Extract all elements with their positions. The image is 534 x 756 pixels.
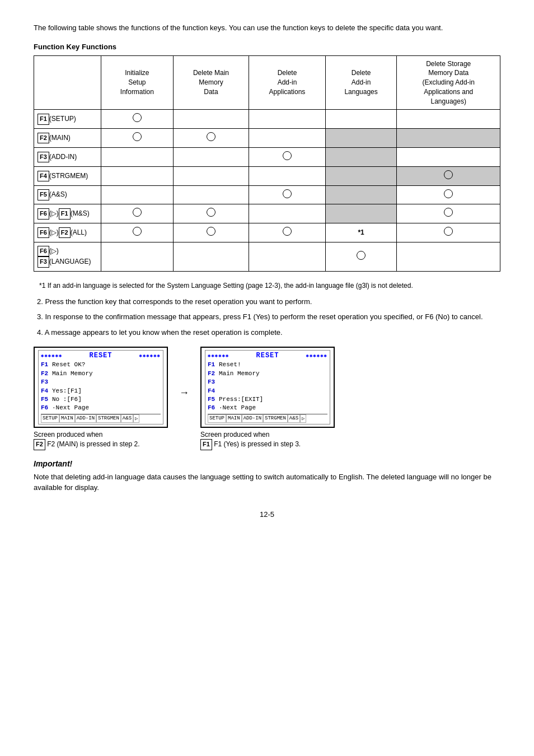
footnote: *1 If an add-in language is selected for…	[34, 281, 500, 291]
data-cell	[325, 204, 397, 223]
screen-tab: ADD-IN	[75, 414, 96, 423]
data-cell	[101, 223, 174, 242]
screen-tab: SETUP	[41, 414, 59, 423]
key-cell: F6(▷)F3(LANGUAGE)	[34, 242, 101, 272]
data-cell	[249, 129, 326, 148]
important-section: Important! Note that deleting add-in lan…	[34, 459, 500, 493]
screen-line: F2Main Memory	[208, 370, 327, 378]
data-cell	[397, 185, 500, 204]
screen-right-caption: Screen produced when F1 F1 (Yes) is pres…	[200, 430, 301, 450]
data-cell	[101, 148, 174, 167]
table-row: F5(A&S)	[34, 185, 500, 204]
data-cell	[397, 242, 500, 272]
data-cell	[173, 166, 249, 185]
screen-right: ✱✱✱✱✱✱ RESET ✱✱✱✱✱✱ F1 Reset!F2Main Memo…	[200, 347, 335, 427]
screen-left-caption-key: F2 F2 (MAIN) is pressed in step 2.	[34, 440, 140, 448]
data-cell	[173, 185, 249, 204]
key-cell: F5(A&S)	[34, 185, 101, 204]
screen-left-bottom: SETUPMAINADD-INSTRGMENA&S▷	[41, 414, 161, 423]
data-cell	[397, 166, 500, 185]
screen-tab: MAIN	[59, 414, 75, 423]
screen-tab: STRGMEN	[96, 414, 121, 423]
arrow-symbol: →	[179, 387, 189, 399]
screen-tab: ▷	[300, 414, 306, 423]
col-header-5: Delete StorageMemory Data(Excluding Add-…	[397, 55, 500, 110]
data-cell	[101, 166, 174, 185]
data-cell	[249, 110, 326, 129]
data-cell	[325, 148, 397, 167]
important-title: Important!	[34, 459, 500, 468]
data-cell	[249, 242, 326, 272]
data-cell	[249, 148, 326, 167]
screen-line: F5 Press:[EXIT]	[208, 395, 327, 404]
step-4: 4. A message appears to let you know whe…	[34, 327, 500, 338]
screen-right-content: F1 Reset!F2Main MemoryF3F4F5 Press:[EXIT…	[208, 360, 327, 413]
screen-tab: STRGMEN	[263, 414, 288, 423]
table-row: F6(▷)F1(M&S)	[34, 204, 500, 223]
screens-row: ✱✱✱✱✱✱ RESET ✱✱✱✱✱✱ F1 Reset OK?F2Main M…	[34, 347, 500, 450]
data-cell	[325, 166, 397, 185]
screen-line: F1 Reset OK?	[41, 361, 161, 369]
data-cell	[249, 204, 326, 223]
screen-tab: A&S	[121, 414, 133, 423]
screen-line: F4 Yes:[F1]	[41, 387, 161, 395]
step-2: 2. Press the function key that correspon…	[34, 296, 500, 307]
data-cell	[397, 223, 500, 242]
data-cell	[325, 129, 397, 148]
col-header-empty	[34, 55, 101, 110]
screen-line: F1 Reset!	[208, 361, 327, 369]
data-cell	[173, 242, 249, 272]
data-cell	[397, 148, 500, 167]
step-3: 3. In response to the confirmation messa…	[34, 311, 500, 323]
data-cell	[397, 110, 500, 129]
data-cell	[249, 223, 326, 242]
data-cell	[101, 242, 174, 272]
col-header-2: Delete MainMemoryData	[173, 55, 249, 110]
table-row: F2(MAIN)	[34, 129, 500, 148]
table-row: F6(▷)F3(LANGUAGE)	[34, 242, 500, 272]
screen-right-caption-key: F1 F1 (Yes) is pressed in step 3.	[200, 440, 301, 448]
function-key-table: InitializeSetupInformation Delete MainMe…	[34, 55, 500, 272]
data-cell	[325, 185, 397, 204]
screen-left-title: RESET	[89, 352, 112, 360]
table-row: F3(ADD-IN)	[34, 148, 500, 167]
screen-right-block: ✱✱✱✱✱✱ RESET ✱✱✱✱✱✱ F1 Reset!F2Main Memo…	[200, 347, 335, 450]
key-cell: F3(ADD-IN)	[34, 148, 101, 167]
screen-line: F4	[208, 387, 327, 395]
screen-tab: ▷	[133, 414, 139, 423]
deco-right-stars: ✱✱✱✱✱✱	[139, 353, 161, 359]
screen-tab: MAIN	[226, 414, 242, 423]
data-cell: *1	[325, 223, 397, 242]
data-cell	[173, 204, 249, 223]
screen-line: F3	[208, 378, 327, 386]
col-header-3: DeleteAdd-inApplications	[249, 55, 326, 110]
table-row: F4(STRGMEM)	[34, 166, 500, 185]
screen-tab: A&S	[288, 414, 300, 423]
table-title: Function Key Functions	[34, 43, 500, 51]
data-cell	[397, 204, 500, 223]
screen-left-block: ✱✱✱✱✱✱ RESET ✱✱✱✱✱✱ F1 Reset OK?F2Main M…	[34, 347, 168, 450]
data-cell	[101, 129, 174, 148]
screen-tab: SETUP	[208, 414, 226, 423]
deco-left-stars-r: ✱✱✱✱✱✱	[208, 353, 229, 359]
data-cell	[249, 166, 326, 185]
data-cell	[173, 110, 249, 129]
data-cell	[101, 110, 174, 129]
key-cell: F6(▷)F2(ALL)	[34, 223, 101, 242]
screen-line: F6·Next Page	[208, 404, 327, 412]
screen-left: ✱✱✱✱✱✱ RESET ✱✱✱✱✱✱ F1 Reset OK?F2Main M…	[34, 347, 168, 427]
data-cell	[173, 223, 249, 242]
intro-text: The following table shows the functions …	[34, 22, 500, 34]
key-cell: F2(MAIN)	[34, 129, 101, 148]
deco-right-stars-r: ✱✱✱✱✱✱	[306, 353, 327, 359]
deco-left-stars: ✱✱✱✱✱✱	[41, 353, 63, 359]
screen-right-title: RESET	[256, 352, 279, 360]
screen-left-content: F1 Reset OK?F2Main MemoryF3F4 Yes:[F1]F5…	[41, 360, 161, 413]
table-row: F1(SETUP)	[34, 110, 500, 129]
screen-line: F2Main Memory	[41, 370, 161, 378]
data-cell	[173, 148, 249, 167]
key-cell: F4(STRGMEM)	[34, 166, 101, 185]
screen-tab: ADD-IN	[242, 414, 263, 423]
data-cell	[249, 185, 326, 204]
col-header-4: DeleteAdd-inLanguages	[325, 55, 397, 110]
